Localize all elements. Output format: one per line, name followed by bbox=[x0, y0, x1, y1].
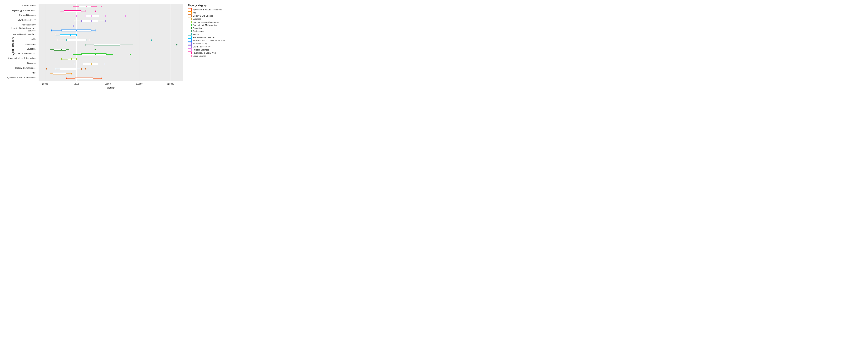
legend-item-7: Engineering bbox=[188, 30, 227, 32]
y-label-5: Industrial Arts & Consumer Services bbox=[3, 27, 37, 32]
median-9 bbox=[61, 49, 62, 51]
wcap-low-5 bbox=[51, 30, 52, 31]
dot-0-0 bbox=[101, 6, 102, 7]
median-10 bbox=[95, 54, 96, 55]
wcap-low-13 bbox=[55, 68, 56, 70]
y-label-7: Health bbox=[3, 38, 37, 40]
wcap-high-7 bbox=[89, 39, 89, 41]
legend-item-5: Computers & Mathematics bbox=[188, 24, 227, 26]
y-label-10: Computers & Mathematics bbox=[3, 52, 37, 55]
legend-item-0: Agriculture & Natural Resources bbox=[188, 8, 227, 11]
wcap-low-12 bbox=[74, 63, 74, 65]
median-14 bbox=[59, 73, 59, 74]
box-11 bbox=[68, 58, 76, 60]
dot-11-0 bbox=[61, 59, 62, 60]
legend-label-10: Industrial Arts & Consumer Services bbox=[193, 39, 225, 42]
legend-icon-12 bbox=[188, 45, 192, 48]
wcap-low-14 bbox=[50, 73, 51, 74]
legend-label-13: Physical Sciences bbox=[193, 49, 209, 51]
legend-label-4: Communications & Journalism bbox=[193, 21, 220, 23]
box-10 bbox=[82, 54, 106, 55]
legend-icon-6 bbox=[188, 27, 192, 29]
legend-item-3: Business bbox=[188, 18, 227, 20]
wcap-high-14 bbox=[71, 73, 72, 74]
legend-item-1: Arts bbox=[188, 11, 227, 14]
legend-item-15: Social Science bbox=[188, 55, 227, 57]
legend-title: Major_category bbox=[188, 4, 227, 7]
legend-label-5: Computers & Mathematics bbox=[193, 24, 217, 26]
wcap-low-8 bbox=[85, 44, 86, 46]
x-tick-75000: 75000 bbox=[105, 83, 111, 85]
box-1 bbox=[64, 10, 82, 12]
median-4 bbox=[73, 25, 73, 26]
plot-area: Major_category Median 250005000075000100… bbox=[2, 2, 185, 91]
legend: Major_category Agriculture & Natural Res… bbox=[185, 2, 229, 91]
legend-icon-14 bbox=[188, 52, 192, 54]
median-6 bbox=[70, 34, 71, 36]
wcap-high-15 bbox=[101, 77, 102, 79]
wcap-high-12 bbox=[104, 63, 104, 65]
y-label-14: Arts bbox=[3, 71, 37, 74]
legend-label-7: Engineering bbox=[193, 30, 204, 32]
wcap-high-8 bbox=[133, 44, 133, 46]
wcap-low-2 bbox=[76, 15, 77, 17]
y-label-1: Psychology & Social Work bbox=[3, 9, 37, 11]
box-6 bbox=[60, 34, 76, 36]
y-label-8: Engineering bbox=[3, 43, 37, 45]
wcap-high-3 bbox=[105, 20, 106, 22]
legend-item-14: Psychology & Social Work bbox=[188, 52, 227, 54]
grid-line-125000 bbox=[170, 4, 171, 81]
legend-icon-9 bbox=[188, 36, 192, 39]
median-8 bbox=[108, 44, 108, 46]
wcap-high-4 bbox=[73, 25, 74, 26]
chart-container: Major_category Median 250005000075000100… bbox=[2, 2, 229, 91]
legend-item-6: Education bbox=[188, 27, 227, 29]
grid-line-75000 bbox=[108, 4, 108, 81]
dot-7-0 bbox=[151, 39, 152, 41]
wcap-high-2 bbox=[105, 15, 106, 17]
median-11 bbox=[71, 58, 72, 60]
box-7 bbox=[66, 39, 87, 41]
y-label-15: Agriculture & Natural Resources bbox=[3, 76, 37, 79]
wcap-high-9 bbox=[69, 49, 69, 51]
wcap-high-6 bbox=[76, 34, 77, 36]
legend-icon-5 bbox=[188, 24, 192, 26]
legend-icon-13 bbox=[188, 49, 192, 51]
dot-2-0 bbox=[125, 15, 126, 17]
dot-10-0 bbox=[130, 54, 131, 55]
wcap-high-5 bbox=[95, 30, 96, 31]
grid-and-boxes: 250005000075000100000125000Social Scienc… bbox=[39, 4, 183, 81]
legend-item-4: Communications & Journalism bbox=[188, 21, 227, 23]
x-tick-25000: 25000 bbox=[42, 83, 48, 85]
box-0 bbox=[79, 6, 91, 7]
box-15 bbox=[75, 77, 93, 79]
y-label-11: Communications & Journalism bbox=[3, 57, 37, 60]
median-3 bbox=[91, 20, 92, 22]
wcap-low-9 bbox=[50, 49, 51, 51]
median-0 bbox=[87, 6, 87, 7]
legend-label-11: Interdisciplinary bbox=[193, 42, 207, 45]
legend-label-15: Social Science bbox=[193, 55, 206, 57]
box-8 bbox=[94, 44, 120, 46]
legend-label-3: Business bbox=[193, 18, 201, 20]
box-3 bbox=[82, 20, 98, 22]
wcap-low-6 bbox=[55, 34, 56, 36]
dot-1-0 bbox=[95, 10, 96, 12]
legend-icon-7 bbox=[188, 30, 192, 32]
median-5 bbox=[76, 30, 77, 31]
wcap-high-1 bbox=[85, 10, 86, 12]
legend-label-8: Health bbox=[193, 33, 198, 35]
legend-icon-11 bbox=[188, 42, 192, 45]
x-tick-125000: 125000 bbox=[167, 83, 174, 85]
legend-icon-10 bbox=[188, 39, 192, 42]
legend-icon-0 bbox=[188, 8, 192, 11]
legend-label-2: Biology & Life Science bbox=[193, 15, 213, 17]
y-label-9: Education bbox=[3, 48, 37, 50]
legend-item-10: Industrial Arts & Consumer Services bbox=[188, 39, 227, 42]
y-labels: Social SciencePsychology & Social WorkPh… bbox=[3, 4, 38, 81]
legend-label-0: Agriculture & Natural Resources bbox=[193, 8, 222, 11]
legend-icon-1 bbox=[188, 11, 192, 14]
median-2 bbox=[91, 15, 92, 17]
legend-icon-2 bbox=[188, 14, 192, 17]
legend-item-2: Biology & Life Science bbox=[188, 14, 227, 17]
